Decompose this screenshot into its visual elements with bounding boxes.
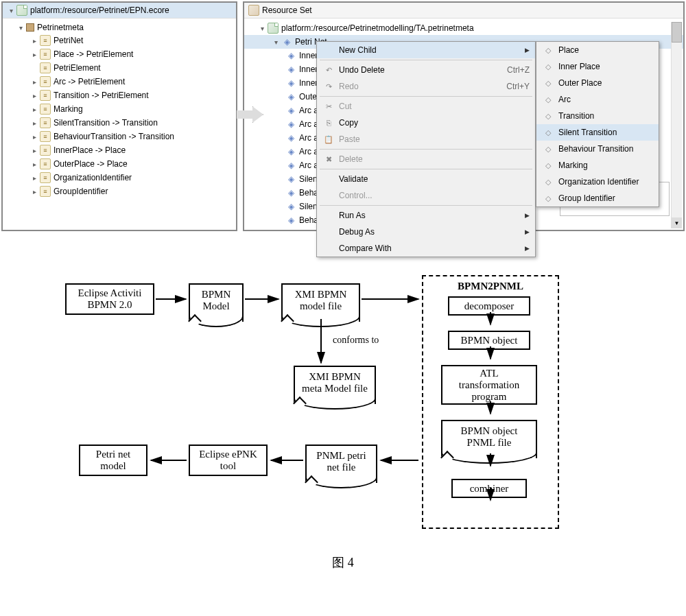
file-path: platform:/resource/Petrinetmodelling/TA.…: [281, 23, 474, 33]
tree-class-item[interactable]: Transition -> PetriElement: [3, 88, 236, 102]
tree-class-item[interactable]: SilentTransition -> Transition: [3, 116, 236, 130]
submenu-arc[interactable]: Arc: [536, 91, 659, 108]
node-icon: [542, 193, 554, 204]
class-icon: [40, 90, 51, 101]
box-bpmn-object: BPMN object: [448, 331, 530, 350]
menu-undo[interactable]: ↶Undo DeleteCtrl+Z: [317, 62, 535, 78]
node-icon: [285, 174, 296, 185]
paste-icon: 📋: [322, 134, 335, 145]
submenu-arrow-icon: [525, 245, 530, 252]
submenu-silent-transition[interactable]: Silent Transition: [536, 124, 659, 141]
node-icon: [542, 78, 554, 88]
left-panel-header[interactable]: platform:/resource/Petrinet/EPN.ecore: [3, 3, 236, 19]
expander-icon[interactable]: [30, 119, 38, 127]
menu-separator: [320, 60, 532, 60]
expander-icon[interactable]: [30, 91, 38, 99]
class-icon: [40, 76, 51, 87]
menu-separator: [320, 169, 532, 169]
expander-icon[interactable]: [16, 23, 25, 32]
copy-icon: ⎘: [322, 117, 335, 128]
blank-icon: [322, 243, 335, 254]
tree-class-item[interactable]: GroupIdentifier: [3, 185, 236, 198]
node-icon: [285, 105, 296, 116]
node-icon: [285, 119, 296, 130]
expander-icon[interactable]: [30, 50, 38, 58]
tree-class-item[interactable]: InnerPlace -> Place: [3, 143, 236, 157]
scroll-thumb[interactable]: [672, 22, 682, 43]
submenu-transition[interactable]: Transition: [536, 108, 659, 124]
doc-bpmn-model: BPMN Model: [189, 283, 244, 322]
node-icon: [285, 201, 296, 212]
menu-separator: [320, 149, 532, 150]
doc-bpmn-pnml: BPMN object PNML file: [441, 420, 537, 458]
class-icon: [40, 145, 51, 156]
submenu-outer-place[interactable]: Outer Place: [536, 75, 659, 91]
menu-debug-as[interactable]: Debug As: [317, 224, 535, 240]
node-icon: [542, 176, 554, 187]
box-decomposer: decomposer: [448, 296, 530, 316]
cut-icon: ✂: [322, 101, 335, 112]
expander-icon[interactable]: [258, 24, 266, 32]
submenu-marking[interactable]: Marking: [536, 157, 659, 174]
class-icon: [40, 158, 51, 169]
menu-paste: 📋Paste: [317, 131, 535, 147]
expander-icon[interactable]: [30, 160, 38, 168]
submenu-behaviour-transition[interactable]: Behaviour Transition: [536, 141, 659, 157]
submenu-new-child: Place Inner Place Outer Place Arc Transi…: [536, 41, 659, 207]
submenu-group-identifier[interactable]: Group Identifier: [536, 190, 659, 206]
node-icon: [285, 91, 296, 102]
submenu-place[interactable]: Place: [536, 42, 659, 58]
expander-icon[interactable]: [30, 146, 38, 154]
expander-icon[interactable]: [30, 132, 38, 141]
expander-icon[interactable]: [30, 78, 38, 86]
node-icon: [285, 132, 296, 143]
submenu-arrow-icon: [525, 47, 530, 54]
scroll-down-icon[interactable]: ▼: [672, 217, 682, 228]
blank-icon: [322, 210, 335, 221]
submenu-org-identifier[interactable]: Organization Identifier: [536, 174, 659, 190]
doc-xmi-bpmn-model: XMI BPMN model file: [281, 283, 360, 322]
bpmn2pnml-group: BPMN2PNML decomposer BPMN object ATL tra…: [422, 275, 559, 529]
large-arrow-icon: [236, 106, 263, 123]
menu-validate[interactable]: Validate: [317, 171, 535, 187]
tree-class-item[interactable]: Arc -> PetriElement: [3, 75, 236, 88]
menu-delete: ✖Delete: [317, 151, 535, 167]
tree-class-item[interactable]: PetriNet: [3, 34, 236, 47]
expander-icon[interactable]: [272, 38, 280, 46]
node-icon: [285, 50, 296, 61]
tree-class-item[interactable]: OrganizationIdentifier: [3, 171, 236, 185]
conforms-label: conforms to: [333, 335, 379, 346]
menu-run-as[interactable]: Run As: [317, 207, 535, 224]
expander-icon[interactable]: [30, 105, 38, 113]
tree-package-root[interactable]: Petrinetmeta: [3, 21, 236, 34]
node-icon: [281, 36, 292, 47]
delete-icon: ✖: [322, 154, 335, 165]
file-icon: [16, 5, 27, 16]
package-label: Petrinetmeta: [37, 23, 84, 32]
expander-icon[interactable]: [30, 187, 38, 196]
menu-compare-with[interactable]: Compare With: [317, 240, 535, 257]
expander-icon[interactable]: [30, 36, 38, 45]
tree-class-item[interactable]: PetriElement: [3, 61, 236, 75]
node-icon: [542, 160, 554, 171]
menu-new-child[interactable]: New Child: [317, 42, 535, 58]
tree-class-item[interactable]: Marking: [3, 102, 236, 116]
submenu-inner-place[interactable]: Inner Place: [536, 58, 659, 75]
class-icon: [40, 117, 51, 128]
node-icon: [542, 94, 554, 105]
file-path: platform:/resource/Petrinet/EPN.ecore: [30, 5, 169, 15]
menu-copy[interactable]: ⎘Copy: [317, 115, 535, 131]
blank-icon: [322, 174, 335, 185]
expander-icon[interactable]: [30, 174, 38, 182]
tree-class-item[interactable]: BehaviourTransition -> Transition: [3, 130, 236, 143]
vertical-scrollbar[interactable]: ▼: [671, 22, 682, 228]
submenu-arrow-icon: [525, 228, 530, 235]
class-icon: [40, 49, 51, 60]
class-icon: [40, 172, 51, 183]
node-icon: [285, 64, 296, 75]
node-icon: [285, 187, 296, 198]
tree-file-item[interactable]: platform:/resource/Petrinetmodelling/TA.…: [244, 21, 683, 35]
expander-icon[interactable]: [7, 6, 15, 14]
tree-class-item[interactable]: Place -> PetriElement: [3, 47, 236, 61]
tree-class-item[interactable]: OuterPlace -> Place: [3, 157, 236, 171]
